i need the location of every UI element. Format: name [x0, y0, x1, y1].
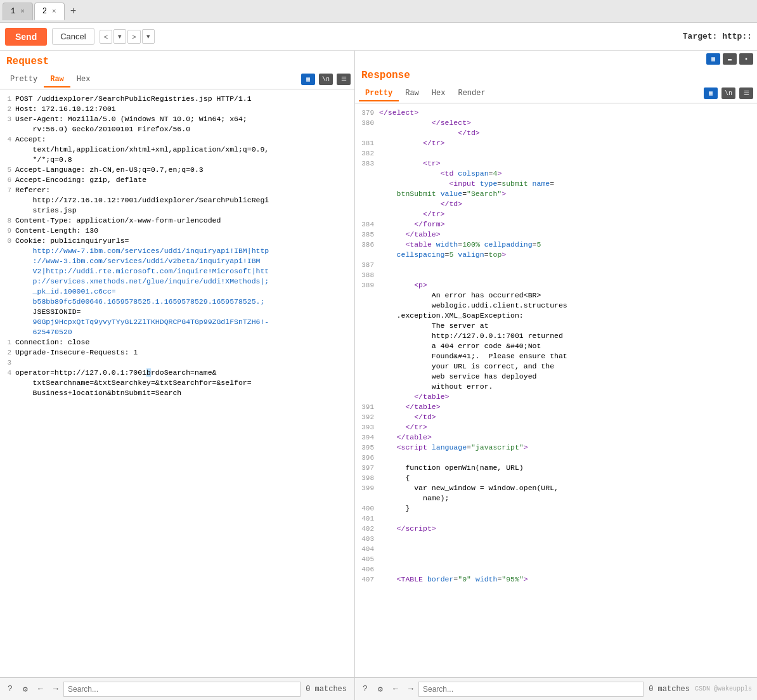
tab-response-pretty[interactable]: Pretty — [359, 86, 399, 101]
request-line-9: 9 Content-Length: 130 — [3, 226, 352, 236]
request-line-4: 4 Accept: text/html,application/xhtml+xm… — [3, 134, 352, 165]
toolbar: Send Cancel < ▾ > ▾ Target: http:: — [0, 23, 757, 51]
response-search-input[interactable] — [418, 682, 644, 697]
resp-line-382: 382 — [358, 148, 754, 159]
resp-line-383: 383 <tr> <td colspan=4> <input type=subm… — [358, 159, 754, 209]
request-panel-title: Request — [0, 51, 354, 70]
request-line-3: 3 User-Agent: Mozilla/5.0 (Windows NT 10… — [3, 114, 352, 134]
response-search-forward-icon[interactable]: → — [403, 682, 418, 697]
request-code-area[interactable]: 1 POST /uddiexplorer/SearchPublicRegistr… — [0, 90, 354, 677]
request-line-14: 4 operator=http://127.0.0.1:7001brdoSear… — [3, 368, 352, 398]
request-panel: Request Pretty Raw Hex ▦ \n ☰ 1 POST /ud… — [0, 51, 355, 700]
resp-line-blank-p: </table> — [358, 392, 754, 402]
response-code-area[interactable]: 379 </select> 380 </select> </td> 381 </… — [355, 104, 757, 677]
response-search-bar: ? ⚙ ← → 0 matches CSDN @wakeuppls — [355, 677, 757, 700]
request-search-back-icon[interactable]: ← — [33, 682, 48, 697]
tab-1-close[interactable]: × — [20, 8, 25, 15]
request-icon-menu[interactable]: ☰ — [337, 74, 351, 85]
resp-line-380: 380 </select> </td> — [358, 118, 754, 138]
nav-buttons: < ▾ > ▾ — [100, 29, 155, 44]
tab-2-label: 2 — [42, 7, 47, 16]
request-line-1: 1 POST /uddiexplorer/SearchPublicRegistr… — [3, 94, 352, 104]
resp-line-391: 391 </table> — [358, 402, 754, 412]
resp-line-384: 384 </form> — [358, 219, 754, 230]
tab-response-raw[interactable]: Raw — [399, 86, 425, 101]
resp-line-399: 399 var new_window = window.open(URL, na… — [358, 483, 754, 503]
tab-1-label: 1 — [11, 7, 15, 16]
response-help-icon[interactable]: ? — [358, 682, 373, 697]
tab-response-hex[interactable]: Hex — [425, 86, 452, 101]
response-match-count: 0 matches — [644, 685, 695, 694]
request-line-2: 2 Host: 172.16.10.12:7001 — [3, 104, 352, 114]
response-tab-icons: ▦ \n ☰ — [704, 88, 753, 99]
tab-request-pretty[interactable]: Pretty — [4, 72, 44, 88]
response-panel-title: Response — [355, 65, 757, 84]
tab-bar: 1 × 2 × + — [0, 0, 757, 23]
resp-line-blank-a: </tr> — [358, 209, 754, 219]
response-icon-newline[interactable]: \n — [721, 88, 735, 99]
send-button[interactable]: Send — [5, 28, 47, 46]
response-view-horizontal-icon[interactable]: ▬ — [723, 53, 737, 65]
request-icon-grid[interactable]: ▦ — [301, 74, 315, 85]
response-panel: ▦ ▬ ▪ Response Pretty Raw Hex Render ▦ \… — [355, 51, 757, 700]
request-line-13: 3 — [3, 358, 352, 368]
tab-request-hex[interactable]: Hex — [70, 72, 97, 88]
response-search-back-icon[interactable]: ← — [388, 682, 403, 697]
tab-2[interactable]: 2 × — [34, 3, 65, 20]
request-line-6: 6 Accept-Encoding: gzip, deflate — [3, 175, 352, 185]
resp-line-394: 394 </table> — [358, 432, 754, 443]
response-tabs: Pretty Raw Hex Render ▦ \n ☰ — [355, 84, 757, 104]
response-icon-menu[interactable]: ☰ — [739, 88, 753, 99]
response-icon-grid[interactable]: ▦ — [704, 88, 718, 99]
main-area: Request Pretty Raw Hex ▦ \n ☰ 1 POST /ud… — [0, 51, 757, 700]
request-search-forward-icon[interactable]: → — [48, 682, 63, 697]
tab-response-render[interactable]: Render — [451, 86, 491, 101]
request-tab-icons: ▦ \n ☰ — [301, 74, 351, 85]
resp-line-407: 407 <TABLE border="0" width="95%"> — [358, 574, 754, 585]
tab-request-raw[interactable]: Raw — [44, 72, 70, 88]
request-line-11: 1 Connection: close — [3, 337, 352, 347]
resp-line-401: 401 — [358, 514, 754, 524]
tab-1[interactable]: 1 × — [3, 3, 33, 20]
request-line-12: 2 Upgrade-Insecure-Requests: 1 — [3, 347, 352, 358]
resp-line-405: 405 — [358, 554, 754, 564]
request-line-5: 5 Accept-Language: zh-CN,en-US;q=0.7,en;… — [3, 165, 352, 175]
resp-line-397: 397 function openWin(name, URL) — [358, 463, 754, 473]
resp-line-404: 404 — [358, 544, 754, 554]
resp-line-386: 386 <table width=100% cellpadding=5 cell… — [358, 240, 754, 260]
request-tabs: Pretty Raw Hex ▦ \n ☰ — [0, 70, 354, 90]
resp-line-387: 387 — [358, 260, 754, 270]
response-view-split-icon[interactable]: ▦ — [706, 53, 720, 65]
nav-back-dropdown-button[interactable]: ▾ — [113, 29, 126, 44]
resp-line-392: 392 </td> — [358, 412, 754, 422]
request-line-7: 7 Referer: http://172.16.10.12:7001/uddi… — [3, 185, 352, 216]
request-match-count: 0 matches — [301, 685, 352, 694]
nav-back-button[interactable]: < — [100, 30, 112, 44]
resp-line-400: 400 } — [358, 503, 754, 514]
resp-line-402: 402 </script> — [358, 524, 754, 534]
request-search-input[interactable] — [63, 682, 301, 697]
request-help-icon[interactable]: ? — [3, 682, 18, 697]
resp-line-381: 381 </tr> — [358, 138, 754, 148]
nav-forward-dropdown-button[interactable]: ▾ — [142, 29, 155, 44]
resp-line-379: 379 </select> — [358, 108, 754, 118]
resp-line-396: 396 — [358, 453, 754, 463]
resp-line-403: 403 — [358, 534, 754, 544]
resp-line-385: 385 </table> — [358, 230, 754, 240]
resp-line-406: 406 — [358, 564, 754, 574]
cancel-button[interactable]: Cancel — [52, 28, 94, 45]
resp-line-395: 395 <script language="javascript"> — [358, 443, 754, 453]
nav-forward-button[interactable]: > — [127, 30, 140, 44]
tab-2-close[interactable]: × — [52, 8, 56, 15]
request-line-8: 8 Content-Type: application/x-www-form-u… — [3, 216, 352, 226]
resp-line-388: 388 — [358, 270, 754, 280]
resp-line-393: 393 </tr> — [358, 422, 754, 432]
target-label: Target: http:: — [683, 32, 752, 41]
resp-line-398: 398 { — [358, 473, 754, 483]
request-line-10: 0 Cookie: publicinquiryurls= http://www-… — [3, 236, 352, 337]
response-view-single-icon[interactable]: ▪ — [739, 53, 753, 65]
add-tab-button[interactable]: + — [66, 4, 81, 19]
request-settings-icon[interactable]: ⚙ — [18, 682, 33, 697]
response-settings-icon[interactable]: ⚙ — [373, 682, 388, 697]
request-icon-newline[interactable]: \n — [319, 74, 333, 85]
